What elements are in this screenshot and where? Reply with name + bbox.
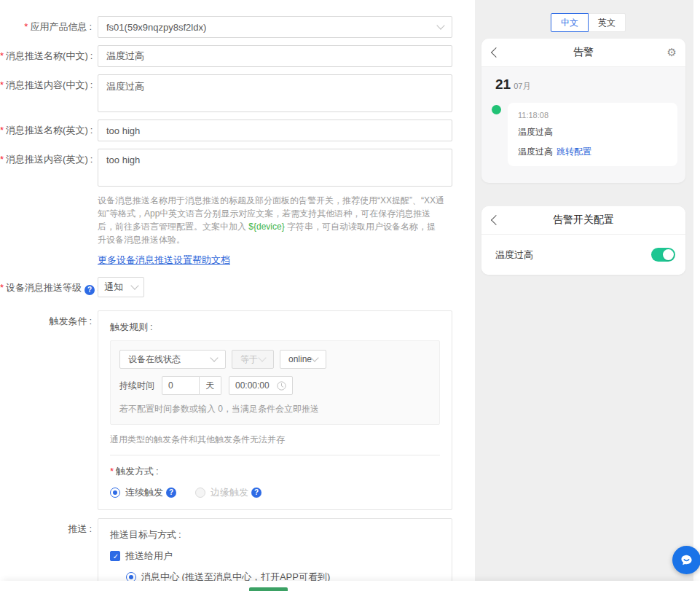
- level-select[interactable]: 通知: [98, 277, 144, 297]
- content-cn-textarea[interactable]: 温度过高: [98, 74, 452, 112]
- content-en-label: 消息推送内容(英文): [0, 149, 98, 171]
- form-row-content-cn: 消息推送内容(中文) 温度过高: [0, 74, 475, 112]
- name-en-label: 消息推送名称(英文): [0, 120, 98, 141]
- form-row-content-en: 消息推送内容(英文) too high: [0, 149, 475, 187]
- app-preview-panel: 中文 英文 告警 ⚙ 2107月 11:18:08 温度过高 温度过高跳转配置: [475, 0, 700, 581]
- rule-operator-select: 等于: [232, 350, 274, 369]
- push-config-form: 应用产品信息 fs01(59x9nqzpy8sf2ldx) 消息推送名称(中文)…: [0, 0, 475, 581]
- jump-config-link[interactable]: 跳转配置: [557, 146, 591, 157]
- form-row-name-en: 消息推送名称(英文) too high: [0, 120, 475, 141]
- product-select-value: fs01(59x9nqzpy8sf2ldx): [106, 22, 206, 33]
- radio-on-icon: [126, 572, 136, 581]
- chevron-down-icon: [310, 353, 318, 361]
- device-token: ${device}: [248, 222, 284, 232]
- chat-bubble-icon: [679, 552, 694, 568]
- language-tabs: 中文 英文: [551, 13, 626, 32]
- trigger-note: 通用类型的触发条件和其他触发条件无法并存: [110, 434, 440, 446]
- alarm-date-month: 07月: [514, 82, 530, 90]
- radio-continuous-trigger[interactable]: 连续触发: [110, 486, 176, 499]
- chevron-down-icon: [436, 21, 444, 29]
- radio-off-icon: [195, 488, 205, 498]
- alarm-card-title: 告警: [573, 46, 594, 59]
- duration-time-input[interactable]: 00:00:00: [229, 376, 293, 395]
- form-footer: [0, 581, 700, 591]
- rule-property-select[interactable]: 设备在线状态: [119, 350, 226, 369]
- question-help-icon[interactable]: [166, 488, 176, 498]
- alarm-date-day: 21: [495, 77, 511, 92]
- checkbox-checked-icon: [110, 551, 120, 561]
- radio-edge-trigger: 边缘触发: [195, 486, 261, 499]
- checkbox-push-to-user[interactable]: 推送给用户: [110, 549, 440, 563]
- alarm-switch-card: 告警开关配置 温度过高: [481, 206, 685, 275]
- tab-english[interactable]: 英文: [588, 13, 626, 32]
- chat-support-button[interactable]: [672, 546, 700, 574]
- back-chevron-icon[interactable]: [491, 215, 501, 225]
- trigger-rules-title: 触发规则: [110, 321, 440, 334]
- clock-icon: [277, 381, 286, 391]
- help-doc-link[interactable]: 更多设备消息推送设置帮助文档: [98, 254, 230, 267]
- content-en-textarea[interactable]: too high: [98, 149, 452, 187]
- question-help-icon[interactable]: [84, 285, 95, 295]
- alarm-title: 温度过高: [518, 126, 667, 138]
- name-cn-label: 消息推送名称(中文): [0, 45, 98, 67]
- duration-hint: 若不配置时间参数或输入 0，当满足条件会立即推送: [119, 403, 430, 415]
- gear-icon[interactable]: ⚙: [667, 46, 677, 59]
- name-cn-input[interactable]: 温度过高: [98, 45, 452, 67]
- push-target-box: 推送目标与方式 推送给用户 消息中心 (推送至消息中心，打开APP可看到) 应用…: [98, 518, 452, 581]
- radio-message-center[interactable]: 消息中心 (推送至消息中心，打开APP可看到): [126, 571, 440, 581]
- alarm-switch-label: 温度过高: [495, 248, 533, 262]
- chevron-down-icon: [210, 353, 218, 361]
- question-help-icon[interactable]: [251, 488, 261, 498]
- alarm-content: 温度过高跳转配置: [518, 146, 667, 158]
- trigger-rule-card: 设备在线状态 等于 online: [110, 340, 440, 425]
- alarm-time: 11:18:08: [518, 111, 667, 120]
- product-select[interactable]: fs01(59x9nqzpy8sf2ldx): [98, 16, 452, 38]
- product-label: 应用产品信息: [0, 16, 98, 38]
- trigger-mode-label: 触发方式: [110, 465, 440, 478]
- duration-days-input[interactable]: 0: [162, 376, 200, 395]
- toggle-switch[interactable]: [651, 248, 675, 262]
- chevron-down-icon: [258, 353, 266, 361]
- push-message-config-screen: 应用产品信息 fs01(59x9nqzpy8sf2ldx) 消息推送名称(中文)…: [0, 0, 700, 591]
- alarm-message-card: 11:18:08 温度过高 温度过高跳转配置: [508, 103, 677, 166]
- scrollbar-track[interactable]: [693, 0, 700, 581]
- trigger-condition-box: 触发规则 设备在线状态 等于: [98, 310, 452, 510]
- tab-chinese[interactable]: 中文: [551, 13, 589, 32]
- chevron-down-icon: [130, 281, 138, 289]
- duration-unit: 天: [200, 376, 221, 395]
- push-label: 推送: [0, 518, 98, 540]
- name-en-input[interactable]: too high: [98, 120, 452, 141]
- duration-label: 持续时间: [119, 380, 154, 392]
- trigger-divider: [110, 455, 440, 455]
- form-row-level: 设备消息推送等级 通知: [0, 277, 475, 299]
- level-label: 设备消息推送等级: [0, 277, 98, 299]
- push-name-description: 设备消息推送名称用于消息推送的标题及部分面板的告警开关，推荐使用“XX提醒”、“…: [98, 194, 444, 246]
- switch-card-title: 告警开关配置: [553, 214, 614, 227]
- content-cn-label: 消息推送内容(中文): [0, 74, 98, 96]
- form-row-product: 应用产品信息 fs01(59x9nqzpy8sf2ldx): [0, 16, 475, 38]
- alarm-switch-row: 温度过高: [481, 235, 685, 275]
- alarm-status-dot: [492, 105, 501, 114]
- save-button[interactable]: [249, 587, 288, 591]
- rule-value-select[interactable]: online: [280, 350, 326, 369]
- radio-on-icon: [110, 488, 120, 498]
- alarm-date: 2107月: [495, 77, 530, 93]
- form-row-name-cn: 消息推送名称(中文) 温度过高: [0, 45, 475, 67]
- alarm-preview-card: 告警 ⚙ 2107月 11:18:08 温度过高 温度过高跳转配置: [481, 39, 685, 183]
- trigger-label: 触发条件: [0, 310, 98, 332]
- toggle-knob: [663, 249, 674, 260]
- push-target-title: 推送目标与方式: [110, 528, 440, 541]
- form-row-trigger: 触发条件 触发规则 设备在线状态 等于: [0, 310, 475, 510]
- back-chevron-icon[interactable]: [491, 47, 501, 58]
- form-row-push: 推送 推送目标与方式 推送给用户 消息中心 (推送至消息中心，打开APP可看到): [0, 518, 475, 581]
